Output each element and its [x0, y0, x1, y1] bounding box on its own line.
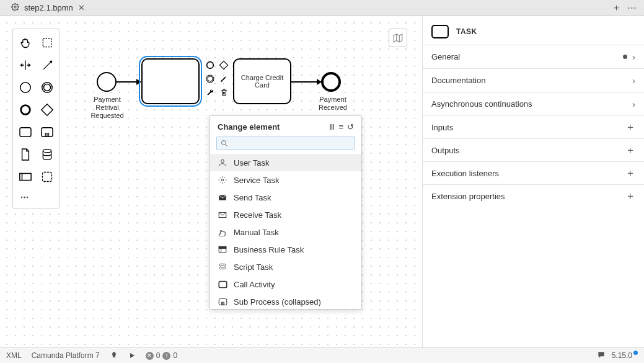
- tools-palette: ⋯: [12, 29, 60, 208]
- props-section-asynchronous-continuations[interactable]: Asynchronous continuations›: [423, 92, 644, 115]
- popup-item-receive-task[interactable]: Receive Task: [210, 206, 361, 223]
- svg-point-18: [222, 141, 226, 145]
- popup-item-script-task[interactable]: Script Task: [210, 258, 361, 276]
- data-object-tool[interactable]: [14, 143, 36, 166]
- props-section-label: Documentation: [431, 76, 485, 85]
- participant-tool[interactable]: [14, 166, 36, 188]
- flow-1[interactable]: [117, 81, 141, 83]
- props-section-outputs[interactable]: Outputs＋: [423, 138, 644, 161]
- script-task-icon: [218, 262, 227, 272]
- popup-item-service-task[interactable]: Service Task: [210, 171, 361, 189]
- search-icon: [221, 140, 228, 147]
- start-instance-icon[interactable]: [128, 352, 136, 359]
- popup-item-label: Manual Task: [234, 228, 279, 237]
- intermediate-throw-event-tool[interactable]: [36, 76, 58, 99]
- receive-task-icon: [218, 210, 227, 220]
- popup-item-manual-task[interactable]: Manual Task: [210, 223, 361, 241]
- props-section-control: ＋: [625, 145, 635, 155]
- end-event-tool[interactable]: [14, 99, 36, 121]
- group-tool[interactable]: [36, 166, 58, 188]
- popup-item-label: Receive Task: [234, 210, 281, 220]
- pad-change-element-icon[interactable]: [218, 73, 229, 84]
- props-section-inputs[interactable]: Inputs＋: [423, 115, 644, 138]
- palette-more[interactable]: ⋯: [14, 188, 58, 205]
- popup-search-input[interactable]: [232, 139, 351, 148]
- business-rule-task-icon: [218, 244, 227, 254]
- popup-item-call-activity[interactable]: Call Activity: [210, 276, 361, 293]
- popup-title: Change element: [218, 122, 280, 132]
- popup-item-label: Sub Process (collapsed): [234, 297, 321, 307]
- diagram-canvas[interactable]: ⋯ Payment Retrival Requested Charge Cred…: [0, 16, 422, 347]
- svg-rect-11: [42, 173, 51, 182]
- pad-append-gateway-icon[interactable]: [218, 60, 229, 71]
- view-xml-button[interactable]: XML: [6, 351, 22, 360]
- space-tool[interactable]: [14, 54, 36, 76]
- flow-3[interactable]: [291, 81, 321, 83]
- popup-reset-icon[interactable]: ↺: [347, 122, 354, 132]
- svg-point-4: [43, 84, 50, 91]
- popup-list: User TaskService TaskSend TaskReceive Ta…: [210, 154, 361, 309]
- props-section-control: ＋: [625, 168, 635, 178]
- pad-append-end-event-icon[interactable]: [205, 60, 216, 71]
- task-blank[interactable]: [141, 58, 200, 104]
- minimap-toggle[interactable]: [389, 29, 407, 47]
- props-section-label: Execution listeners: [431, 169, 499, 178]
- file-tab[interactable]: step2.1.bpmn ✕: [5, 1, 91, 16]
- tab-menu-button[interactable]: ⋯: [627, 2, 637, 14]
- props-section-execution-listeners[interactable]: Execution listeners＋: [423, 161, 644, 184]
- hand-tool[interactable]: [14, 32, 36, 54]
- start-event-tool[interactable]: [14, 76, 36, 99]
- engine-label[interactable]: Camunda Platform 7: [32, 351, 100, 360]
- feedback-icon[interactable]: [597, 351, 606, 361]
- props-section-documentation[interactable]: Documentation›: [423, 68, 644, 92]
- svg-point-9: [43, 150, 51, 153]
- props-section-control: ＋: [625, 191, 635, 201]
- pad-append-intermediate-event-icon[interactable]: [205, 73, 216, 84]
- manual-task-icon: [218, 227, 227, 237]
- svg-point-0: [14, 6, 16, 7]
- props-section-control: ›: [632, 99, 635, 109]
- data-store-tool[interactable]: [36, 143, 58, 166]
- popup-search[interactable]: [216, 137, 355, 150]
- popup-item-label: Business Rule Task: [234, 245, 304, 254]
- props-section-control: ›: [623, 52, 635, 62]
- subprocess-icon: [218, 297, 227, 307]
- send-task-icon: [218, 192, 227, 202]
- svg-point-17: [208, 76, 213, 81]
- popup-item-subprocess[interactable]: Sub Process (collapsed): [210, 293, 361, 309]
- deploy-icon[interactable]: [110, 351, 118, 360]
- popup-layout-tiles-icon[interactable]: Ⅲ: [329, 122, 335, 132]
- call-activity-icon: [218, 279, 227, 289]
- props-section-label: Outputs: [431, 146, 460, 155]
- popup-item-label: Call Activity: [234, 280, 275, 289]
- svg-point-12: [207, 62, 214, 69]
- problems-counter[interactable]: ✕0 !0: [146, 351, 177, 360]
- popup-item-label: Service Task: [234, 176, 279, 185]
- tab-close-icon[interactable]: ✕: [78, 3, 85, 12]
- props-section-general[interactable]: General›: [423, 45, 644, 68]
- popup-item-send-task[interactable]: Send Task: [210, 189, 361, 206]
- global-connect-tool[interactable]: [36, 54, 58, 76]
- props-section-label: Asynchronous continuations: [431, 99, 532, 109]
- popup-layout-list-icon[interactable]: ≡: [338, 122, 343, 132]
- subprocess-expanded-tool[interactable]: [36, 121, 58, 143]
- end-event[interactable]: [321, 72, 341, 92]
- start-event[interactable]: [97, 72, 117, 92]
- new-tab-button[interactable]: ＋: [612, 2, 621, 14]
- props-section-control: ›: [632, 75, 635, 86]
- pad-delete-icon[interactable]: [218, 87, 229, 98]
- popup-item-user-task[interactable]: User Task: [210, 154, 361, 171]
- element-type-icon: [431, 25, 449, 38]
- props-section-extension-properties[interactable]: Extension properties＋: [423, 184, 644, 207]
- properties-panel: TASK General›Documentation›Asynchronous …: [422, 16, 644, 347]
- popup-item-business-rule-task[interactable]: Business Rule Task: [210, 241, 361, 258]
- popup-item-label: User Task: [234, 158, 270, 168]
- version-label[interactable]: 5.15.0: [612, 351, 638, 360]
- gateway-tool[interactable]: [36, 99, 58, 121]
- lasso-tool[interactable]: [36, 32, 58, 54]
- task-charge-label: Charge Credit Card: [237, 74, 288, 89]
- pad-wrench-icon[interactable]: [205, 87, 216, 98]
- task-charge-credit-card[interactable]: Charge Credit Card: [233, 58, 291, 104]
- task-tool[interactable]: [14, 121, 36, 143]
- status-bar: XML Camunda Platform 7 ✕0 !0 5.15.0: [0, 347, 644, 363]
